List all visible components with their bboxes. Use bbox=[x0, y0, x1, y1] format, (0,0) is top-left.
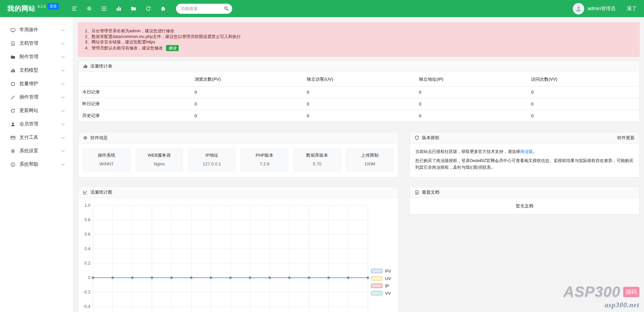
latest-docs-panel: 最新文档 暂无文档 bbox=[410, 186, 640, 214]
software-update-link[interactable]: 软件更新 bbox=[617, 135, 635, 141]
svg-text:0: 0 bbox=[88, 275, 90, 280]
search-icon[interactable] bbox=[224, 6, 229, 11]
table-row: 历史记录 0 0 0 0 bbox=[78, 110, 639, 122]
sidebar-item-label: 系统帮助 bbox=[19, 161, 38, 167]
chart-icon bbox=[9, 68, 16, 73]
panel-title: 最新文档 bbox=[422, 189, 439, 195]
shield-icon bbox=[415, 135, 419, 140]
column-header bbox=[78, 72, 190, 86]
wand-icon bbox=[9, 95, 16, 100]
svg-text:UV: UV bbox=[385, 276, 391, 281]
cell-uv: 0 bbox=[303, 86, 415, 98]
user-name[interactable]: admin管理员 bbox=[588, 5, 615, 12]
software-card-label: PHP版本 bbox=[241, 152, 288, 158]
software-card-label: 数据库版本 bbox=[294, 152, 341, 158]
sidebar: 常用操作 文档管理 附件管理 文档模型 批量维护 插件管理 更新网站 会员管理 bbox=[0, 17, 73, 312]
sidebar-item-label: 文档模型 bbox=[19, 67, 38, 73]
logout-link[interactable]: 退了 bbox=[627, 5, 637, 12]
home-icon[interactable] bbox=[160, 6, 166, 11]
panel-title: 流量统计图 bbox=[90, 189, 112, 195]
refresh-icon bbox=[9, 108, 16, 113]
row-label: 今日记录 bbox=[78, 86, 190, 98]
software-card-label: 上传限制 bbox=[346, 152, 393, 158]
software-card-label: IP地址 bbox=[188, 152, 235, 158]
alert-line: 1、后台管理登录名称为admin，建议您进行修改 bbox=[85, 28, 633, 34]
sidebar-item-batch-maintenance[interactable]: 批量维护 bbox=[0, 77, 73, 90]
user-avatar[interactable] bbox=[573, 3, 584, 14]
sidebar-item-members[interactable]: 会员管理 bbox=[0, 117, 73, 131]
refresh-icon[interactable] bbox=[145, 6, 151, 11]
license-text: 。 bbox=[533, 149, 537, 154]
sidebar-item-site-update[interactable]: 更新网站 bbox=[0, 104, 73, 117]
panel-title: 软件信息 bbox=[90, 135, 108, 141]
stream-icon[interactable] bbox=[72, 6, 77, 11]
sidebar-item-label: 常用操作 bbox=[19, 27, 38, 33]
row-label: 历史记录 bbox=[78, 110, 190, 122]
panel-title: 版本授权 bbox=[422, 135, 439, 141]
sidebar-item-label: 会员管理 bbox=[19, 121, 38, 127]
cell-uv: 0 bbox=[303, 98, 415, 110]
panel-header: 软件信息 bbox=[78, 132, 398, 144]
desktop-icon bbox=[9, 28, 16, 33]
folder-icon[interactable] bbox=[131, 6, 136, 11]
bars-icon[interactable] bbox=[101, 6, 107, 11]
column-header: 访问次数(VV) bbox=[527, 72, 639, 86]
software-card: PHP版本 7.2.9 bbox=[241, 148, 288, 171]
credit-card-icon bbox=[9, 135, 16, 140]
software-cards: 操作系统 WINNT WEB服务器 Nginx IP地址 127.0.0.1 P… bbox=[78, 144, 398, 176]
gear-icon[interactable] bbox=[86, 6, 92, 11]
software-card-value: Nginx bbox=[136, 161, 183, 166]
file-icon bbox=[415, 190, 419, 195]
column-header: 浏览次数(PV) bbox=[190, 72, 303, 86]
software-card-value: 5.70 bbox=[294, 161, 341, 166]
sidebar-item-common-ops[interactable]: 常用操作 bbox=[0, 23, 73, 37]
user-icon bbox=[9, 122, 16, 127]
software-card: IP地址 127.0.0.1 bbox=[188, 148, 235, 171]
panel-title: 流量统计表 bbox=[90, 63, 112, 69]
cell-pv: 0 bbox=[190, 86, 303, 98]
software-card: 操作系统 WINNT bbox=[83, 148, 130, 171]
sidebar-item-plugins[interactable]: 插件管理 bbox=[0, 90, 73, 104]
svg-text:IP: IP bbox=[385, 283, 389, 288]
sidebar-item-label: 批量维护 bbox=[19, 81, 38, 87]
sidebar-item-settings[interactable]: 系统设置 bbox=[0, 144, 73, 158]
svg-text:0.4: 0.4 bbox=[85, 246, 90, 251]
cell-ip: 0 bbox=[415, 98, 527, 110]
software-card: WEB服务器 Nginx bbox=[136, 148, 183, 171]
sidebar-item-attachments[interactable]: 附件管理 bbox=[0, 50, 73, 64]
bar-chart-icon[interactable] bbox=[116, 6, 122, 11]
sidebar-item-label: 支付工具 bbox=[19, 134, 38, 141]
panel-header: 最新文档 bbox=[410, 187, 639, 198]
sidebar-item-documents[interactable]: 文档管理 bbox=[0, 37, 73, 50]
sidebar-item-payment[interactable]: 支付工具 bbox=[0, 131, 73, 144]
svg-text:VV: VV bbox=[385, 291, 391, 296]
top-navbar: 我的网站 6.2.6 安全 admin管理员 退了 bbox=[0, 0, 644, 17]
traffic-table: 浏览次数(PV) 独立访客(UV) 独立地址(IP) 访问次数(VV) 今日记录… bbox=[78, 72, 639, 121]
sidebar-item-label: 附件管理 bbox=[19, 54, 38, 60]
panel-header: 流量统计图 bbox=[78, 187, 398, 198]
traffic-stats-panel: 流量统计表 浏览次数(PV) 独立访客(UV) 独立地址(IP) 访问次数(VV… bbox=[78, 60, 640, 122]
software-card-value: 100M bbox=[346, 161, 393, 166]
sidebar-item-label: 系统设置 bbox=[19, 148, 38, 154]
empty-docs-message: 暂无文档 bbox=[410, 198, 639, 214]
cell-vv: 0 bbox=[527, 110, 639, 122]
license-body: 当前站点已授权社区版，获取更多官方技术支持，请选择商业版。 您已购买了商业版授权… bbox=[410, 144, 639, 177]
svg-text:0.6: 0.6 bbox=[85, 232, 90, 237]
sidebar-item-doc-models[interactable]: 文档模型 bbox=[0, 64, 73, 77]
chevron-down-icon bbox=[61, 68, 65, 71]
sidebar-item-label: 文档管理 bbox=[19, 40, 38, 46]
chevron-down-icon bbox=[61, 135, 65, 139]
chevron-down-icon bbox=[61, 41, 65, 44]
alert-line-text: 4、管理员默认名称没有修改，建议您修改 bbox=[85, 46, 163, 50]
table-header-row: 浏览次数(PV) 独立访客(UV) 独立地址(IP) 访问次数(VV) bbox=[78, 72, 639, 86]
software-card-value: WINNT bbox=[83, 161, 130, 166]
commercial-edition-link[interactable]: 商业版 bbox=[520, 149, 533, 154]
site-brand: 我的网站 bbox=[7, 4, 36, 13]
sidebar-item-help[interactable]: 系统帮助 bbox=[0, 158, 73, 171]
chevron-down-icon bbox=[61, 95, 65, 98]
column-header: 独立地址(IP) bbox=[415, 72, 527, 86]
edit-button[interactable]: 修改 bbox=[166, 45, 179, 51]
cell-vv: 0 bbox=[527, 86, 639, 98]
chevron-down-icon bbox=[61, 149, 65, 152]
chevron-down-icon bbox=[61, 162, 65, 165]
